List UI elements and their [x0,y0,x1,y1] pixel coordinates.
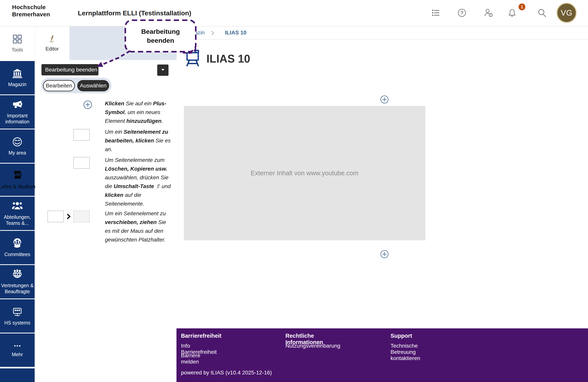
sidebar-item-label: Abteilungen, Teams &... [0,214,35,226]
header: HochschuleBremerhaven Lernplattform ELLI… [0,0,588,26]
sidebar-item-label: Important information [0,113,35,125]
footer-link-barriere-melden[interactable]: Barriere melden [181,352,200,365]
page-element-box-icon [73,157,90,169]
help-text: Um ein Seitenelement zu bearbeiten, klic… [105,128,173,154]
sidebar-item-important-information[interactable]: Important information [0,95,35,129]
plus-circle-icon [83,100,92,110]
monitor-icon: *** [12,306,23,318]
footer-link-nutzungsvereinbarung[interactable]: Nutzungsvereinbarung [285,343,340,349]
chevron-right-icon [211,31,214,36]
placeholder-box-icon [73,211,90,222]
easel-icon [185,49,201,68]
sidebar-item-label: My area [9,150,26,156]
edit-mode-toggle: Bearbeiten Auswählen [41,78,111,93]
pen-icon [48,35,57,44]
sidebar-item-my-area[interactable]: My area [0,129,35,163]
page-title: ILIAS 10 [207,52,250,65]
editor-tool-button[interactable]: Editor [35,26,69,60]
finish-editing-button[interactable]: Bearbeitung beenden [42,64,99,76]
external-content-text: Externer Inhalt von www.youtube.com [251,170,358,177]
svg-text:?: ? [460,10,463,16]
sidebar-item-label: Lehre & Studium [0,184,35,190]
sidebar-item-committees[interactable]: Committees [0,231,35,264]
avatar[interactable]: VG [556,3,577,23]
sidebar-item-tools[interactable]: Tools [0,26,35,60]
sidebar-item-lehre-studium[interactable]: Lehre & Studium [0,164,35,196]
page-element-box-icon [73,129,90,141]
help-text: Um ein Seitenelement zu verschieben, zie… [105,209,173,244]
sidebar-item-vertretungen-beauftragte[interactable]: Vertretungen & Beauftragte [0,265,35,298]
sidebar-item-mehr[interactable]: Mehr [0,333,35,367]
sidebar-item-label: Tools [12,47,23,53]
add-element-button-top[interactable] [380,95,389,104]
callout-tooltip: Bearbeitung beenden [125,20,196,52]
megaphone-icon [12,99,23,111]
sidebar-item-label: HS systems [4,320,30,326]
callout-line2: beenden [147,36,174,45]
sidebar-item-abteilungen-teams[interactable]: Abteilungen, Teams &... [0,197,35,230]
bell-icon[interactable] [507,8,517,18]
sidebar-item-label: Committees [4,251,30,257]
editor-panel: Editor Bearbeitung beenden Bearbeiten Au… [35,26,177,382]
sidebar-item-hs-systems[interactable]: *** HS systems [0,299,35,333]
search-icon[interactable] [537,8,546,18]
dropdown-caret-button[interactable] [157,64,168,76]
footer-column-title: Support [391,333,412,339]
logo-line2: Bremerhaven [12,11,50,18]
list-icon[interactable] [431,8,441,18]
help-text: Um Seitenelemente zum Löschen, Kopieren … [105,156,173,208]
sidebar-item-label: Magazin [8,81,27,87]
mode-select-button[interactable]: Auswählen [77,80,109,91]
add-element-button-bottom[interactable] [380,250,389,259]
page-title-row: ILIAS 10 [185,49,250,68]
bank-icon [12,68,22,79]
globe-people-icon [12,269,23,281]
grid-icon [12,34,22,45]
help-text: Klicken Sie auf ein Plus-Symbol, um ein … [105,99,173,125]
editor-tool-label: Editor [45,46,59,52]
sidebar-item-label: Vertretungen & Beauftragte [0,283,35,295]
footer: Barrierefreiheit Info Barrierefreiheit B… [176,328,588,382]
page-element-box-icon [47,211,64,222]
notification-badge: 1 [519,3,525,10]
books-icon [12,170,23,182]
footer-column-title: Barrierefreiheit [181,333,221,339]
footer-link-technische-betreuung[interactable]: Technische Betreuung kontaktieren [391,343,420,362]
smiley-icon [12,137,22,148]
chevron-right-icon [66,213,71,220]
caret-down-icon [161,68,165,72]
logo[interactable]: HochschuleBremerhaven [12,3,50,18]
sidebar-item-magazin[interactable]: Magazin [0,61,35,95]
user-status-icon[interactable] [484,8,493,18]
help-icon[interactable]: ? [457,8,467,18]
sidebar-item-label: Mehr [12,351,23,358]
sidebar: Tools Magazin Important information My a… [0,26,35,382]
committee-icon [12,238,23,249]
svg-text:***: *** [14,308,20,314]
logo-line1: Hochschule [12,4,46,10]
callout-line1: Bearbeitung [141,27,180,36]
breadcrumb-item-current[interactable]: ILIAS 10 [225,30,246,36]
sidebar-filler [0,368,35,382]
mode-edit-button[interactable]: Bearbeiten [43,80,75,91]
breadcrumb: Magazin ILIAS 10 [177,26,588,40]
ellipsis-icon [12,343,22,350]
external-content-placeholder[interactable]: Externer Inhalt von www.youtube.com [184,106,425,240]
powered-by-text: powered by ILIAS (v10.4 2025-12-16) [181,370,272,376]
people-icon [12,201,23,212]
